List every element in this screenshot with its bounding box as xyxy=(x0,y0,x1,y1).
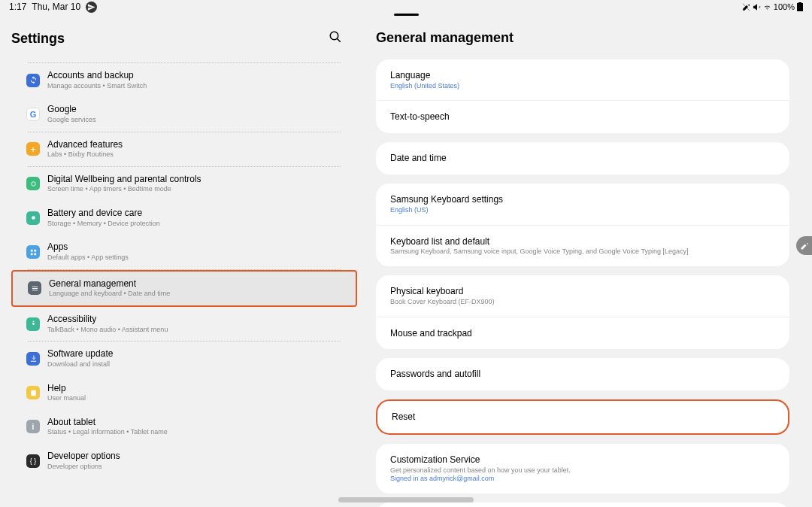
pen-off-icon xyxy=(742,3,750,11)
row-samsung-keyboard[interactable]: Samsung Keyboard settings English (US) xyxy=(376,184,789,224)
apps-icon xyxy=(26,245,40,259)
wifi-icon xyxy=(763,3,771,11)
sidebar-item-accounts-backup[interactable]: Accounts and backupManage accounts • Sma… xyxy=(11,63,357,97)
svg-point-4 xyxy=(31,182,35,187)
help-icon xyxy=(26,386,40,399)
pencil-icon xyxy=(800,241,809,250)
svg-line-3 xyxy=(337,38,341,42)
row-date-and-time[interactable]: Date and time xyxy=(376,142,789,175)
status-right: 100% xyxy=(742,2,803,11)
sidebar-item-digital-wellbeing[interactable]: Digital Wellbeing and parental controlsS… xyxy=(11,167,357,201)
svg-rect-9 xyxy=(34,253,36,255)
card-passwords: Passwords and autofill xyxy=(376,358,789,390)
front-camera-pill xyxy=(394,14,419,16)
row-reset[interactable]: Reset xyxy=(377,401,788,433)
search-icon[interactable] xyxy=(329,30,342,47)
status-bar: 1:17 Thu, Mar 10 100% xyxy=(0,0,812,14)
wellbeing-icon xyxy=(26,177,40,190)
card-keyboard: Samsung Keyboard settings English (US) K… xyxy=(376,184,789,266)
sidebar-item-help[interactable]: HelpUser manual xyxy=(11,376,357,410)
device-care-icon xyxy=(26,211,40,225)
info-icon: i xyxy=(26,420,40,433)
sidebar-item-about-tablet[interactable]: i About tabletStatus • Legal information… xyxy=(11,410,357,444)
svg-rect-14 xyxy=(31,390,35,396)
plus-icon: + xyxy=(26,142,40,156)
row-language[interactable]: Language English (United States) xyxy=(376,59,789,100)
row-text-to-speech[interactable]: Text-to-speech xyxy=(376,100,789,133)
sidebar-item-apps[interactable]: AppsDefault apps • App settings xyxy=(11,235,357,269)
row-passwords-autofill[interactable]: Passwords and autofill xyxy=(376,358,789,390)
svg-point-2 xyxy=(330,32,338,40)
status-date: Thu, Mar 10 xyxy=(32,2,80,12)
card-date-time: Date and time xyxy=(376,142,789,175)
status-time: 1:17 xyxy=(9,2,26,12)
scroll-indicator[interactable] xyxy=(338,497,474,502)
sidebar-item-google[interactable]: G GoogleGoogle services xyxy=(11,97,357,131)
svg-rect-12 xyxy=(32,290,37,290)
row-customization-service[interactable]: Customization Service Get personalized c… xyxy=(376,444,789,493)
row-keyboard-list-default[interactable]: Keyboard list and default Samsung Keyboa… xyxy=(376,225,789,266)
sidebar-item-software-update[interactable]: Software updateDownload and install xyxy=(11,342,357,375)
svg-rect-6 xyxy=(30,249,32,251)
card-contact: Contact us xyxy=(376,502,789,507)
svg-rect-10 xyxy=(32,287,37,287)
svg-point-5 xyxy=(32,216,35,220)
sidebar-item-battery-device-care[interactable]: Battery and device careStorage • Memory … xyxy=(11,201,357,235)
card-reset: Reset xyxy=(376,399,789,435)
edge-panel-handle[interactable] xyxy=(796,236,812,255)
download-icon xyxy=(26,352,40,366)
developer-icon: { } xyxy=(26,454,40,468)
svg-rect-0 xyxy=(797,3,803,11)
svg-point-13 xyxy=(32,320,34,322)
card-customization: Customization Service Get personalized c… xyxy=(376,444,789,493)
svg-rect-7 xyxy=(34,249,36,251)
svg-rect-1 xyxy=(798,2,801,3)
card-physical-mouse: Physical keyboard Book Cover Keyboard (E… xyxy=(376,275,789,349)
sidebar-item-developer-options[interactable]: { } Developer optionsDeveloper options xyxy=(11,444,357,478)
page-title: Settings xyxy=(11,31,65,47)
svg-rect-8 xyxy=(30,253,32,255)
telegram-icon xyxy=(86,2,97,13)
general-icon xyxy=(28,281,41,295)
svg-rect-11 xyxy=(32,288,37,289)
row-contact-us[interactable]: Contact us xyxy=(376,502,789,507)
settings-list-pane: Settings Accounts and backupManage accou… xyxy=(0,14,368,507)
detail-title: General management xyxy=(376,21,789,59)
google-icon: G xyxy=(26,108,40,121)
sidebar-item-advanced-features[interactable]: + Advanced featuresLabs • Bixby Routines xyxy=(11,132,357,166)
detail-pane: General management Language English (Uni… xyxy=(368,14,812,507)
battery-icon xyxy=(797,2,803,11)
row-mouse-trackpad[interactable]: Mouse and trackpad xyxy=(376,317,789,350)
mute-icon xyxy=(753,3,761,11)
accessibility-icon xyxy=(26,317,40,331)
battery-pct: 100% xyxy=(774,2,795,11)
sync-icon xyxy=(26,74,40,87)
row-physical-keyboard[interactable]: Physical keyboard Book Cover Keyboard (E… xyxy=(376,275,789,316)
sidebar-item-general-management[interactable]: General managementLanguage and keyboard … xyxy=(11,270,357,307)
sidebar-item-accessibility[interactable]: AccessibilityTalkBack • Mono audio • Ass… xyxy=(11,307,357,341)
card-language-tts: Language English (United States) Text-to… xyxy=(376,59,789,133)
status-left: 1:17 Thu, Mar 10 xyxy=(9,2,97,13)
